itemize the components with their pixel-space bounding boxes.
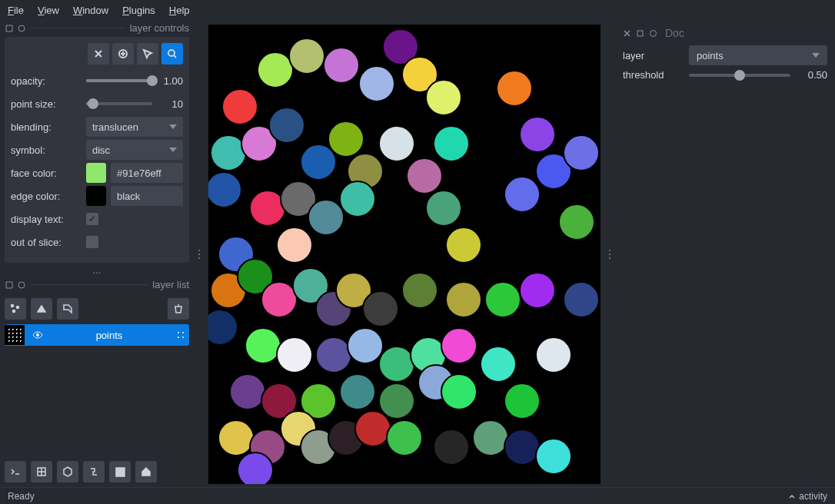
face-color-input[interactable]: #91e76eff [111,163,183,183]
collapse-icon[interactable] [17,24,26,33]
point-marker[interactable] [445,227,482,264]
point-marker[interactable] [378,125,415,162]
opacity-label: opacity: [11,75,82,87]
point-marker[interactable] [496,70,533,107]
point-marker[interactable] [237,452,274,484]
popout-icon[interactable] [636,29,644,38]
face-color-swatch[interactable] [86,163,106,183]
point-marker[interactable] [308,199,344,236]
point-marker[interactable] [386,419,423,456]
point-marker[interactable] [433,125,470,162]
point-marker[interactable] [362,290,399,327]
canvas-area [194,21,615,487]
point-marker[interactable] [276,227,313,264]
point-marker[interactable] [406,158,443,194]
new-points-layer-button[interactable] [5,298,26,320]
edge-color-input[interactable]: black [111,186,183,206]
symbol-select[interactable]: disc [86,140,183,160]
select-points-button[interactable] [137,43,158,65]
right-splitter[interactable] [606,250,614,259]
roll-dims-button[interactable] [57,461,78,482]
menu-plugins[interactable]: Plugins [122,5,155,16]
collapse-icon[interactable] [17,280,26,290]
console-button[interactable] [5,461,26,482]
new-labels-layer-button[interactable] [57,298,78,320]
activity-toggle[interactable]: activity [788,491,827,502]
popout-icon[interactable] [5,280,14,290]
point-marker[interactable] [480,346,517,383]
threshold-slider[interactable] [689,74,790,77]
status-text: Ready [8,491,35,502]
ndisplay-button[interactable] [31,461,52,482]
menu-file[interactable]: File [8,5,24,16]
point-marker[interactable] [425,79,462,116]
point-marker[interactable] [339,181,376,217]
point-marker[interactable] [425,190,462,227]
svg-rect-20 [122,474,125,476]
svg-point-22 [650,30,657,36]
point-marker[interactable] [441,327,477,364]
layer-visibility-toggle[interactable] [29,327,46,343]
edge-color-swatch[interactable] [86,186,106,206]
layer-row-points[interactable]: points [5,324,189,346]
point-marker[interactable] [504,383,541,419]
point-marker[interactable] [323,47,360,84]
edge-color-label: edge color: [11,191,82,202]
blending-select[interactable]: translucen [86,117,183,137]
collapse-icon[interactable] [649,29,657,38]
layer-param-select[interactable]: points [689,45,827,65]
out-of-slice-checkbox[interactable] [86,236,98,248]
svg-point-6 [13,310,15,313]
point-marker[interactable] [276,337,313,373]
left-panel: layer controls opacity: 1.00 point size:… [0,21,194,487]
delete-layer-button[interactable] [168,298,189,320]
transpose-button[interactable] [83,461,105,482]
new-shapes-layer-button[interactable] [31,298,52,320]
delete-points-button[interactable] [88,43,109,65]
point-marker[interactable] [519,116,556,153]
left-splitter[interactable] [195,250,203,259]
opacity-slider[interactable] [86,79,152,82]
point-marker[interactable] [535,438,572,475]
point-marker[interactable] [401,272,438,309]
point-marker[interactable] [339,373,376,410]
point-marker[interactable] [519,272,556,309]
menu-view[interactable]: View [38,5,59,16]
more-controls-button[interactable]: ... [5,263,189,277]
point-marker[interactable] [221,88,258,125]
point-marker[interactable] [441,373,477,410]
display-text-checkbox[interactable] [86,213,98,225]
point-marker[interactable] [563,134,600,171]
add-points-button[interactable] [112,43,134,65]
point-marker[interactable] [288,38,325,75]
pan-zoom-button[interactable] [161,43,183,65]
point-marker[interactable] [358,65,395,102]
layer-controls-title: layer controls [130,22,189,34]
grid-button[interactable] [109,461,131,482]
point-marker[interactable] [484,281,521,318]
point-marker[interactable] [268,107,305,144]
layer-drag-handle[interactable] [172,330,189,340]
point-marker[interactable] [558,204,595,240]
point-marker[interactable] [208,309,238,346]
svg-rect-18 [116,474,118,476]
point-marker[interactable] [445,281,482,318]
point-marker[interactable] [504,176,541,213]
point-marker[interactable] [433,429,470,466]
svg-point-0 [18,25,25,32]
viewer-canvas[interactable] [208,25,600,484]
pointsize-slider[interactable] [86,102,152,105]
point-marker[interactable] [328,121,364,158]
menu-help[interactable]: Help [169,5,190,16]
menubar: File View Window Plugins Help [0,0,835,21]
point-marker[interactable] [535,337,572,373]
threshold-value: 0.50 [798,69,827,81]
home-button[interactable] [135,461,157,482]
close-icon[interactable] [623,29,631,38]
menu-window[interactable]: Window [73,5,108,16]
point-marker[interactable] [208,171,242,208]
point-marker[interactable] [563,281,600,318]
popout-icon[interactable] [5,24,14,33]
threshold-label: threshold [623,69,681,81]
layer-controls-box: opacity: 1.00 point size: 10 blending: t… [5,37,189,263]
